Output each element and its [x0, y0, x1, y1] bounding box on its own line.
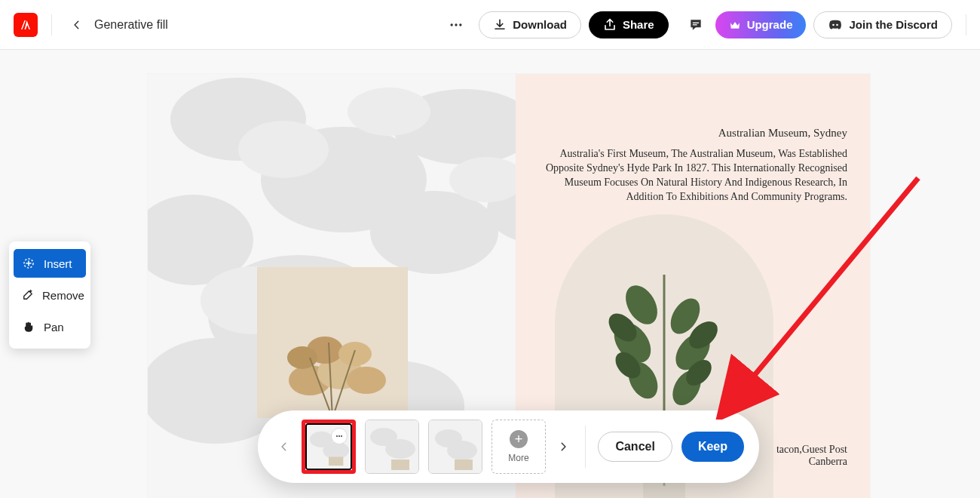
comments-button[interactable] [684, 13, 708, 37]
svg-rect-59 [455, 460, 473, 470]
share-button[interactable]: Share [589, 11, 669, 38]
cancel-button[interactable]: Cancel [598, 432, 672, 462]
inset-image [257, 267, 408, 418]
tool-remove[interactable]: Remove [14, 281, 86, 309]
crown-icon [729, 19, 741, 31]
tool-insert-label: Insert [44, 257, 72, 270]
back-button[interactable] [66, 14, 88, 36]
upgrade-label: Upgrade [747, 18, 793, 31]
download-label: Download [513, 18, 567, 31]
svg-point-0 [451, 23, 453, 26]
next-variation-button[interactable] [552, 435, 574, 458]
tool-pan[interactable]: Pan [14, 312, 86, 341]
share-label: Share [623, 18, 654, 31]
svg-rect-3 [692, 22, 698, 23]
action-bar-divider [585, 426, 586, 468]
svg-point-20 [449, 157, 525, 202]
svg-point-47 [323, 441, 349, 459]
generation-action-bar: + More Cancel Keep [258, 410, 759, 483]
adobe-logo [14, 13, 38, 37]
svg-point-6 [837, 23, 839, 26]
page-title: Generative fill [94, 18, 168, 32]
svg-point-5 [833, 23, 835, 26]
editor-stage: Australian Museum, Sydney Australia's Fi… [0, 50, 980, 498]
pan-icon [21, 319, 36, 334]
svg-rect-55 [391, 460, 409, 470]
chat-icon [688, 17, 703, 32]
header-divider [966, 14, 966, 35]
variation-thumb-3[interactable] [428, 420, 482, 474]
svg-point-49 [336, 435, 338, 437]
insert-icon [21, 256, 36, 271]
more-label: More [508, 453, 528, 463]
prev-variation-button[interactable] [273, 435, 296, 458]
variation-thumb-2[interactable] [365, 420, 419, 474]
share-icon [603, 18, 617, 32]
svg-point-50 [338, 435, 340, 437]
remove-icon [21, 287, 35, 303]
panel-caption: tacon,Guest Post Canberra [776, 444, 847, 468]
more-variations-button[interactable]: + More [492, 420, 546, 474]
more-options-button[interactable] [444, 13, 468, 37]
svg-rect-4 [692, 24, 697, 25]
panel-body: Australia's First Museum, The Australian… [538, 147, 847, 204]
download-button[interactable]: Download [479, 11, 581, 38]
plus-icon: + [510, 430, 528, 448]
download-icon [493, 18, 507, 32]
discord-button[interactable]: Join the Discord [813, 11, 952, 38]
svg-point-1 [455, 23, 458, 26]
svg-point-2 [459, 23, 461, 26]
variation-thumb-1[interactable] [302, 420, 356, 474]
discord-label: Join the Discord [849, 18, 938, 31]
svg-rect-48 [329, 457, 343, 466]
thumb-options-button[interactable] [331, 428, 348, 444]
discord-icon [828, 19, 843, 31]
svg-point-58 [447, 441, 477, 460]
tool-remove-label: Remove [42, 289, 84, 302]
svg-point-18 [348, 88, 430, 136]
tool-panel: Insert Remove Pan [9, 241, 90, 349]
variation-thumbnails: + More [302, 420, 546, 474]
panel-title: Australian Museum, Sydney [538, 127, 847, 140]
caption-line-1: tacon,Guest Post [776, 444, 847, 456]
cancel-label: Cancel [615, 440, 654, 453]
app-header: Generative fill Download Share Upgrade J… [0, 0, 980, 50]
caption-line-2: Canberra [776, 456, 847, 468]
svg-point-17 [238, 121, 329, 178]
tool-pan-label: Pan [44, 321, 64, 334]
keep-button[interactable]: Keep [681, 432, 744, 462]
svg-point-54 [385, 439, 415, 459]
svg-point-38 [338, 342, 372, 366]
svg-point-40 [347, 367, 386, 394]
header-divider [51, 14, 52, 35]
keep-label: Keep [698, 440, 727, 453]
svg-point-51 [341, 435, 342, 437]
tool-insert[interactable]: Insert [14, 249, 86, 278]
svg-point-12 [370, 191, 498, 274]
upgrade-button[interactable]: Upgrade [715, 11, 807, 38]
